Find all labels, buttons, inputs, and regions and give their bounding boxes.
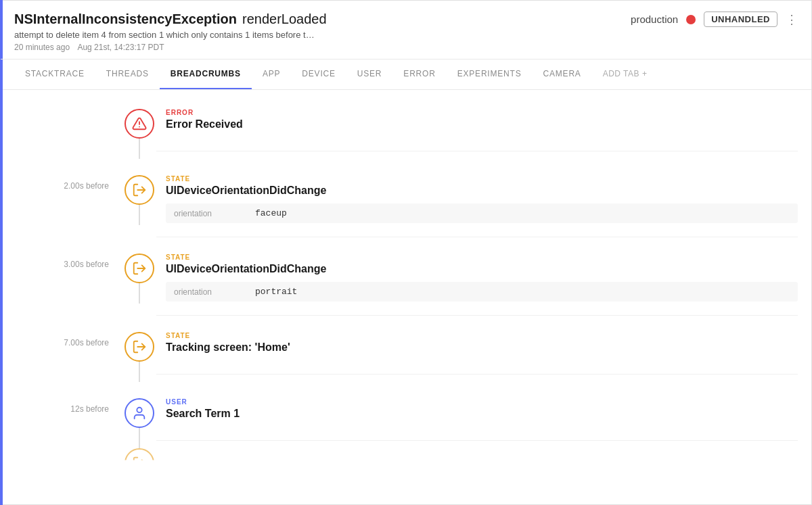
time-left-0 [14,109,122,114]
field-key-1-0: orientation [174,209,255,218]
timeline-body-3: STATE Tracking screen: 'Home' [156,332,798,375]
circle-icon-2 [125,254,154,283]
circle-icon-4 [125,398,154,428]
export-icon-2 [132,261,147,276]
event-type-0: ERROR [166,109,798,116]
connector-line-0 [139,139,140,159]
timeline-item-0: ERROR Error Received [14,90,798,159]
left-accent [0,0,3,505]
time-left-4: 12s before [14,398,122,414]
event-title-1: UIDeviceOrientationDidChange [166,185,798,197]
user-icon-4 [132,406,147,420]
warning-icon [132,116,147,131]
time-ago: 20 minutes ago [14,43,70,52]
timeline-wrapper: ERROR Error Received 2.00s before [14,90,798,494]
connector-4 [122,398,156,448]
time-left-1: 2.00s before [14,175,122,191]
export-icon-1 [132,183,147,197]
time-label-3: 7.00s before [64,338,109,347]
timeline-body-0: ERROR Error Received [156,109,798,151]
event-type-4: USER [166,398,798,406]
event-type-3: STATE [166,332,798,339]
header-title-row: NSInternalInconsistencyException renderL… [14,11,327,27]
connector-1 [122,175,156,225]
circle-icon-3 [125,332,154,362]
event-fields-1: orientation faceup [166,203,798,223]
timeline-body-2: STATE UIDeviceOrientationDidChange orien… [156,254,798,316]
header-meta: 20 minutes ago Aug 21st, 14:23:17 PDT [14,43,798,52]
timeline-item-3: 7.00s before STATE Tracking screen: 'Hom [14,316,798,382]
tab-user[interactable]: USER [346,59,393,89]
event-title-0: Error Received [166,118,798,130]
environment-label: production [631,14,678,25]
tab-camera[interactable]: CAMERA [533,59,592,89]
time-label-2: 3.00s before [64,260,109,269]
tab-error[interactable]: ERROR [392,59,446,89]
timeline-body-4: USER Search Term 1 [156,398,798,441]
connector-line-2 [139,283,140,304]
connector-5 [122,448,156,478]
tab-device[interactable]: DEVICE [291,59,346,89]
connector-0 [122,109,156,159]
connector-line-4 [139,428,140,448]
unhandled-badge: UNHANDLED [704,11,777,27]
timeline-item-5 [14,448,798,494]
more-options-icon[interactable]: ⋮ [786,12,798,27]
time-left-2: 3.00s before [14,254,122,269]
error-class: NSInternalInconsistencyException [14,11,237,27]
header: NSInternalInconsistencyException renderL… [1,1,811,59]
timeline-body-5 [156,448,798,462]
event-title-3: Tracking screen: 'Home' [166,341,798,354]
time-left-5 [14,448,122,454]
status-dot [686,15,696,24]
export-icon-5 [132,456,147,471]
event-fields-2: orientation portrait [166,282,798,302]
header-right: production UNHANDLED ⋮ [631,11,798,27]
export-icon-3 [132,339,147,354]
tab-experiments[interactable]: EXPERIMENTS [447,59,533,89]
timeline-body-1: STATE UIDeviceOrientationDidChange orien… [156,175,798,237]
tab-add[interactable]: ADD TAB + [592,59,658,89]
field-key-2-0: orientation [174,287,255,297]
tab-breadcrumbs[interactable]: BREADCRUMBS [160,59,252,89]
time-label-4: 12s before [70,404,109,414]
time-left-3: 7.00s before [14,332,122,347]
event-title-2: UIDeviceOrientationDidChange [166,263,798,275]
connector-3 [122,332,156,382]
tab-app[interactable]: APP [252,59,291,89]
svg-point-5 [137,408,141,412]
circle-icon-1 [125,175,154,205]
tabs-bar: STACKTRACE THREADS BREADCRUMBS APP DEVIC… [1,59,811,90]
field-value-1-0: faceup [255,208,287,218]
time-label-1: 2.00s before [64,181,109,191]
field-value-2-0: portrait [255,287,297,297]
circle-icon-5 [125,448,154,478]
tab-threads[interactable]: THREADS [95,59,160,89]
connector-line-3 [139,362,140,382]
field-row-1-0: orientation faceup [166,203,798,223]
circle-icon-0 [125,109,154,139]
event-type-2: STATE [166,254,798,261]
event-type-1: STATE [166,175,798,183]
timeline-item-2: 3.00s before STATE UIDeviceOrientationDi [14,237,798,316]
event-title-4: Search Term 1 [166,408,798,420]
header-top: NSInternalInconsistencyException renderL… [14,11,798,27]
tab-stacktrace[interactable]: STACKTRACE [14,59,95,89]
field-row-2-0: orientation portrait [166,282,798,302]
connector-2 [122,254,156,304]
timeline-item-4: 12s before USER Search Term 1 [14,382,798,448]
error-subtitle: attempt to delete item 4 from section 1 … [14,30,488,40]
timestamp: Aug 21st, 14:23:17 PDT [77,43,164,52]
connector-line-1 [139,205,140,225]
page-container: NSInternalInconsistencyException renderL… [0,0,812,505]
main-content: ERROR Error Received 2.00s before [1,90,811,494]
render-label: renderLoaded [242,11,327,27]
timeline-item-1: 2.00s before STATE UIDevice [14,159,798,237]
